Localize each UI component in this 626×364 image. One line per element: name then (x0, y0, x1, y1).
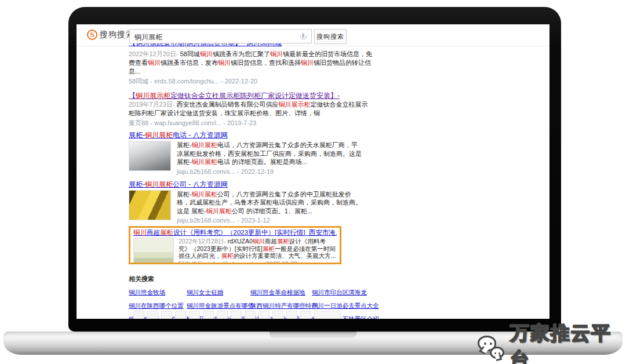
result-snippet: 2022年12月28日- rdXUZA0铜川商超展柜设计《用料考究》（2023更… (179, 238, 337, 260)
result-cite: jiaju.b2b168.com/s... - 2023-1-12 (177, 216, 363, 224)
related-link[interactable]: 铜川照金旅游景点有哪些 (187, 301, 250, 310)
related-link[interactable]: 铜川在陕西哪个位置 (129, 301, 187, 310)
pagination-page[interactable] (217, 311, 228, 319)
result-title[interactable]: 【铜川展示柜定做钛合金立柱展示柜陈列柜厂家设计定做送货安装】- (129, 91, 372, 100)
result-title[interactable]: 展柜-铜川展柜电话 - 八方资源网 (129, 130, 372, 140)
browser-viewport: S 搜狗搜索 铜川展柜 搜狗搜索 【铜川镇跳蚤市场|铜川镇旧货市场】- 铜川58… (77, 24, 549, 319)
related-link[interactable]: 铜川照金牧场 (129, 288, 187, 296)
sogou-logo[interactable]: S 搜狗搜索 (87, 30, 134, 40)
pagination-page[interactable] (272, 311, 283, 319)
result-5-highlighted: 铜川商超展柜设计《用料考究》（2023更新中）[实时行情]_西安市淹.. 202… (129, 226, 341, 264)
pagination-page[interactable] (133, 311, 144, 319)
laptop-screen-bezel: S 搜狗搜索 铜川展柜 搜狗搜索 【铜川镇跳蚤市场|铜川镇旧货市场】- 铜川58… (68, 7, 561, 332)
result-1-clipped-title-area: 【铜川镇跳蚤市场|铜川镇旧货市场】- 铜川58同城 (129, 43, 372, 48)
related-searches-title: 相关搜索 (129, 275, 372, 283)
result-title[interactable]: 【铜川镇跳蚤市场|铜川镇旧货市场】- 铜川58同城 (129, 43, 372, 48)
pagination (133, 311, 341, 319)
result-3: 展柜-铜川展柜电话 - 八方资源网 展柜-铜川展柜电话，八方资源网云集了众多的天… (129, 130, 372, 176)
related-link[interactable]: 陕西铜川特产有哪些特产 (250, 301, 312, 310)
result-title[interactable]: 展柜-铜川展柜公司 - 八方资源网 (129, 180, 372, 189)
related-link[interactable]: 铜川照金革命根据地 (250, 288, 312, 296)
search-results: 【铜川镇跳蚤市场|铜川镇旧货市场】- 铜川58同城 2022年12月20日- 5… (129, 43, 372, 319)
result-4: 展柜-铜川展柜公司 - 八方资源网 展柜-铜川展柜公司，八方资源网云集了众多的中… (129, 180, 372, 225)
result-snippet: 展柜-铜川展柜公司，八方资源网云集了众多的中卫展柜批发价格，武威展柜生产，乌鲁木… (177, 190, 363, 216)
pagination-next-button[interactable] (314, 311, 341, 319)
result-snippet: 2022年12月20日- 58同城铜川镇跳蚤市为您汇聚了铜川镇最新最全的旧货市场… (129, 50, 372, 76)
result-2: 【铜川展示柜定做钛合金立柱展示柜陈列柜厂家设计定做送货安装】- 2019年7月2… (129, 91, 372, 127)
result-cite: 黄页88 - wap.huangye88.com/i... - 2019-7-2… (129, 119, 372, 127)
result-cite: jiaju.b2b168.com/s... - 2022-12-19 (177, 168, 363, 176)
result-cite: 阿里伯乐 - info.alibole.com/e... - 2022-12-2… (179, 260, 337, 265)
related-link[interactable]: 铜川女士征婚 (187, 288, 250, 296)
laptop-mockup: S 搜狗搜索 铜川展柜 搜狗搜索 【铜川镇跳蚤市场|铜川镇旧货市场】- 铜川58… (0, 0, 626, 364)
search-button[interactable]: 搜狗搜索 (314, 29, 347, 44)
watermark-brand-text: 万家推云平台 (510, 321, 626, 364)
pagination-page[interactable] (189, 311, 200, 319)
result-thumbnail[interactable] (129, 141, 171, 171)
related-link[interactable]: 铜川一日游必去景点大全 (312, 301, 379, 310)
microphone-icon[interactable] (300, 33, 306, 41)
pagination-page[interactable] (203, 311, 214, 319)
result-cite: 58同城 - erds.58.com/tongchu... - 2022-12-… (129, 77, 372, 85)
search-input[interactable]: 铜川展柜 (129, 29, 312, 43)
related-link[interactable]: 铜川市印台区渭海龙 (312, 288, 379, 296)
result-thumbnail[interactable] (129, 190, 171, 220)
pagination-page[interactable] (147, 311, 158, 319)
result-thumbnail[interactable] (133, 238, 174, 264)
pagination-page[interactable] (300, 311, 311, 319)
result-snippet: 2019年7月23日- 西安世杰金属制品销售有限公司供应铜川展示柜定做钛合金立柱… (129, 100, 372, 118)
pagination-page[interactable] (231, 311, 242, 319)
pagination-page[interactable] (175, 311, 186, 319)
result-snippet: 展柜-铜川展柜电话，八方资源网云集了众多的天水展柜厂商，平凉展柜批发价格，西安展… (177, 141, 363, 166)
laptop-lid-notch (270, 332, 356, 339)
pagination-page[interactable] (245, 311, 256, 319)
search-query-text: 铜川展柜 (134, 32, 162, 42)
result-1: 【铜川镇跳蚤市场|铜川镇旧货市场】- 铜川58同城 2022年12月20日- 5… (129, 43, 372, 85)
wechat-icon (476, 333, 507, 360)
pagination-page[interactable] (259, 311, 270, 319)
watermark: 万家推云平台 (476, 321, 626, 364)
result-title[interactable]: 铜川商超展柜设计《用料考究》（2023更新中）[实时行情]_西安市淹.. (133, 228, 337, 237)
pagination-page[interactable] (286, 311, 297, 319)
pagination-page[interactable] (161, 311, 172, 319)
sogou-logo-icon: S (87, 30, 97, 40)
